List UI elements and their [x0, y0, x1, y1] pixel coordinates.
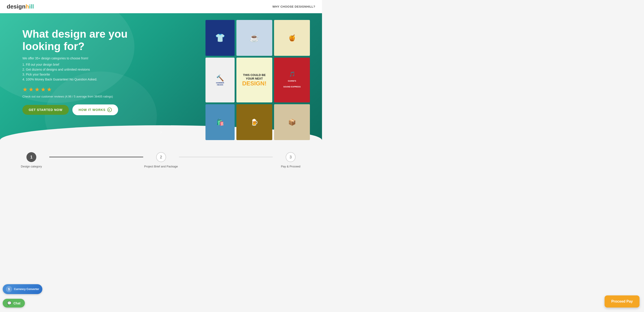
step-2-number: 2 — [160, 155, 162, 160]
hammer-card: 🔨 HAMMERHEADS — [206, 58, 234, 102]
box-icon: 📦 — [288, 118, 296, 126]
mug-card: ☕ — [236, 20, 272, 56]
step-2-circle: 2 — [156, 152, 166, 162]
jar-card: 🍯 — [274, 20, 310, 56]
bottom-section: 1 Design category 2 Project Brief and Pa… — [0, 143, 322, 177]
step-line-2 — [179, 157, 273, 157]
scroll-arrow-1: › — [160, 124, 162, 129]
hammer-text: HAMMERHEADS — [216, 82, 224, 86]
promo-bottom-text: DESIGN! — [242, 80, 266, 87]
arrow-circle-icon: ► — [107, 108, 112, 112]
hero-list: 1. Fill out your design brief 2. Get doz… — [22, 63, 157, 81]
logo-hill-text: ill — [29, 3, 34, 10]
jar-icon: 🍯 — [288, 34, 296, 42]
star-2: ★ — [28, 86, 34, 93]
step-3: 3 Pay & Proceed — [273, 152, 308, 168]
shirt-icon: 👕 — [215, 33, 225, 42]
promo-card: THIS COULD BE YOUR NEXT DESIGN! — [236, 58, 272, 102]
bag-card: 🛍️ — [206, 104, 234, 140]
step-1-label: Design category — [21, 165, 42, 168]
step-2-label: Project Brief and Package — [144, 165, 178, 168]
get-started-button[interactable]: GET STARTED NOW — [22, 105, 69, 115]
step-1: 1 Design category — [14, 152, 49, 168]
gunni-icon: 🎵GUNNI'SSOUND EXPRESS — [283, 71, 301, 89]
step-1-number: 1 — [30, 155, 32, 160]
list-item-4: 4. 100% Money Back Guarantee! No Questio… — [22, 78, 157, 81]
scroll-arrows[interactable]: › › — [160, 124, 162, 134]
beer-card: 🍺 — [236, 104, 272, 140]
star-4: ★ — [40, 86, 46, 93]
shirt-card: 👕 — [206, 20, 234, 56]
hammer-logo: 🔨 HAMMERHEADS — [216, 74, 224, 86]
box-card: 📦 — [274, 104, 310, 140]
step-3-label: Pay & Proceed — [281, 165, 300, 168]
review-text: Check out our customer reviews (4.96 / 5… — [22, 95, 157, 98]
hero-content: What design are you looking for? We offe… — [22, 26, 157, 115]
logo[interactable]: designhill — [7, 3, 34, 10]
hammer-icon: 🔨 — [216, 74, 224, 82]
hero-subtitle: We offer 35+ design categories to choose… — [22, 56, 157, 60]
gunni-card: 🎵GUNNI'SSOUND EXPRESS — [274, 58, 310, 102]
promo-top-text: THIS COULD BE YOUR NEXT — [239, 73, 270, 80]
hero-title: What design are you looking for? — [22, 28, 157, 52]
step-line-1 — [49, 157, 143, 157]
how-it-works-label: HOW IT WORKS — [79, 108, 106, 112]
scroll-arrow-2: › — [160, 130, 162, 134]
star-5: ★ — [46, 86, 52, 93]
star-rating: ★ ★ ★ ★ ★ — [22, 86, 157, 93]
beer-icon: 🍺 — [250, 118, 258, 126]
star-1: ★ — [22, 86, 28, 93]
stepper: 1 Design category 2 Project Brief and Pa… — [14, 150, 308, 168]
header: designhill WHY CHOOSE DESIGNHILL? — [0, 0, 322, 13]
step-3-circle: 3 — [286, 152, 296, 162]
hero-buttons: GET STARTED NOW HOW IT WORKS ► — [22, 104, 157, 115]
design-grid: 👕 ☕ 🍯 🔨 HAMMERHEADS THIS COULD BE YOUR N… — [206, 20, 318, 140]
list-item-2: 2. Get dozens of designs and unlimited r… — [22, 68, 157, 71]
step-3-number: 3 — [290, 155, 292, 160]
hero-section: What design are you looking for? We offe… — [0, 13, 322, 143]
why-designhill-link[interactable]: WHY CHOOSE DESIGNHILL? — [272, 5, 315, 8]
list-item-1: 1. Fill out your design brief — [22, 63, 157, 66]
bag-icon: 🛍️ — [216, 118, 224, 126]
how-it-works-button[interactable]: HOW IT WORKS ► — [72, 104, 118, 115]
list-item-3: 3. Pick your favorite — [22, 72, 157, 76]
hero-images: 👕 ☕ 🍯 🔨 HAMMERHEADS THIS COULD BE YOUR N… — [206, 20, 318, 136]
step-2: 2 Project Brief and Package — [143, 152, 179, 168]
logo-design-text: design — [7, 3, 26, 10]
step-1-circle: 1 — [26, 152, 36, 162]
mug-icon: ☕ — [250, 33, 260, 42]
star-3: ★ — [34, 86, 40, 93]
